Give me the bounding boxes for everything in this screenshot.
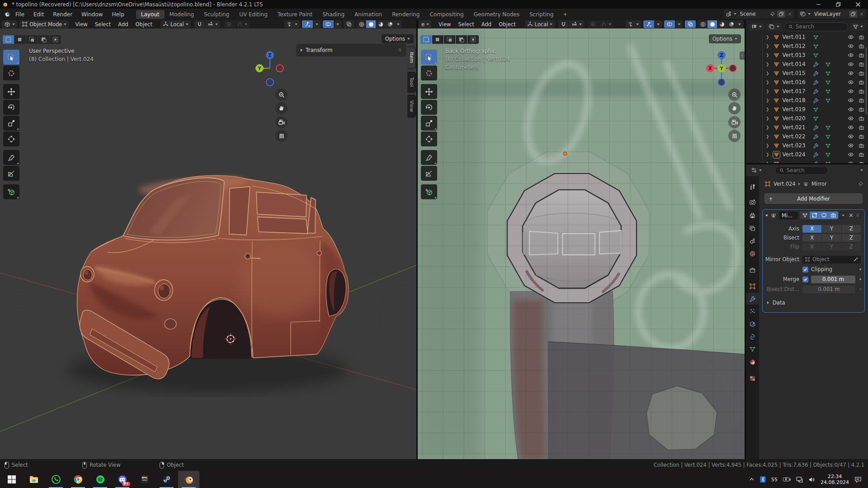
overlays-dropdown[interactable] bbox=[334, 20, 341, 28]
taskbar-app-epic-games[interactable]: EPICGAMES bbox=[134, 471, 155, 488]
expand-chevron[interactable]: ❯ bbox=[766, 44, 769, 48]
expand-chevron[interactable]: ❯ bbox=[766, 62, 769, 66]
shading-solid-button-right[interactable] bbox=[708, 20, 717, 28]
select-circle-button[interactable] bbox=[26, 35, 38, 44]
gizmos-dropdown-right[interactable] bbox=[655, 20, 662, 28]
options-dropdown-right[interactable]: Options bbox=[709, 34, 741, 43]
shading-material-button[interactable] bbox=[376, 20, 385, 28]
outliner-row[interactable]: ❯Vert.019 bbox=[746, 105, 868, 114]
tray-expand-icon[interactable] bbox=[749, 477, 755, 482]
hide-eye-icon[interactable] bbox=[848, 133, 854, 140]
workspace-tab-compositing[interactable]: Compositing bbox=[425, 10, 468, 19]
workspace-tab-animation[interactable]: Animation bbox=[349, 10, 387, 19]
shading-wireframe-button-right[interactable] bbox=[698, 20, 708, 28]
sidebar-tab-view[interactable]: View bbox=[407, 95, 416, 117]
viewport-menu-add[interactable]: Add bbox=[478, 21, 495, 28]
bluetooth-icon[interactable] bbox=[760, 476, 766, 483]
bisect-y-button[interactable]: Y bbox=[822, 234, 841, 242]
modifier-close-icon[interactable] bbox=[848, 212, 854, 218]
hide-eye-icon[interactable] bbox=[848, 124, 854, 131]
taskbar-app-spotify[interactable] bbox=[90, 471, 111, 488]
visibility-dropdown-right[interactable] bbox=[626, 20, 641, 28]
annotate-tool[interactable] bbox=[3, 150, 19, 165]
modifier-show-viewport-toggle[interactable] bbox=[819, 211, 829, 219]
outliner-row[interactable]: ❯Vert.011 bbox=[746, 33, 868, 42]
viewport-menu-object[interactable]: Object bbox=[495, 21, 519, 28]
select-intersect-button[interactable] bbox=[50, 35, 61, 44]
expand-chevron[interactable]: ❯ bbox=[766, 89, 769, 94]
outliner-row[interactable]: ❯Vert.013 bbox=[746, 51, 868, 60]
add-modifier-button[interactable]: + Add Modifier bbox=[764, 193, 863, 204]
expand-chevron[interactable]: ❯ bbox=[766, 80, 769, 84]
xray-toggle-right[interactable] bbox=[685, 20, 696, 28]
outliner-scrollbar[interactable] bbox=[865, 47, 867, 115]
proportional-falloff-dropdown[interactable] bbox=[235, 20, 250, 28]
expand-chevron[interactable]: ❯ bbox=[766, 53, 769, 57]
properties-search-input[interactable]: Search bbox=[775, 166, 828, 175]
viewport-left-canvas[interactable] bbox=[0, 28, 416, 459]
gizmos-dropdown[interactable] bbox=[313, 20, 321, 28]
scale-tool[interactable] bbox=[3, 116, 19, 131]
menu-edit[interactable]: Edit bbox=[29, 11, 48, 18]
workspace-tab-uv-editing[interactable]: UV Editing bbox=[234, 10, 273, 19]
sidebar-tab-tool[interactable]: Tool bbox=[407, 72, 416, 93]
proportional-editing-toggle[interactable] bbox=[224, 20, 234, 28]
battery-icon[interactable] bbox=[783, 477, 791, 482]
modifier-drag-handle[interactable]: ⠿ bbox=[856, 213, 860, 218]
ortho-toggle-button-left[interactable] bbox=[275, 130, 288, 142]
hide-eye-icon[interactable] bbox=[848, 79, 854, 85]
bisect-z-button[interactable]: Z bbox=[842, 234, 861, 242]
viewport-menu-select[interactable]: Select bbox=[454, 21, 477, 28]
render-visibility-icon[interactable] bbox=[859, 161, 864, 164]
hide-eye-icon[interactable] bbox=[848, 34, 854, 40]
navigation-gizmo-left[interactable]: Z Y bbox=[251, 46, 292, 91]
properties-tab-physics[interactable] bbox=[746, 318, 759, 330]
hide-eye-icon[interactable] bbox=[848, 142, 854, 149]
outliner-search-input[interactable]: Search bbox=[784, 23, 848, 31]
taskbar-app-chrome[interactable] bbox=[67, 471, 89, 488]
navigation-gizmo-right[interactable]: Z X Y bbox=[703, 46, 745, 91]
flip-y-button[interactable]: Y bbox=[822, 243, 841, 251]
workspace-tab-modeling[interactable]: Modeling bbox=[165, 10, 199, 19]
expand-chevron[interactable]: ❯ bbox=[766, 35, 769, 39]
select-box-button[interactable] bbox=[14, 35, 26, 44]
axis-y-button[interactable]: Y bbox=[822, 225, 841, 233]
render-visibility-icon[interactable] bbox=[859, 80, 864, 85]
shading-solid-button[interactable] bbox=[366, 20, 376, 28]
render-visibility-icon[interactable] bbox=[859, 134, 864, 140]
workspace-tab-shading[interactable]: Shading bbox=[317, 10, 349, 19]
transform-orientation-dropdown-right[interactable]: Local bbox=[525, 20, 555, 28]
hide-eye-icon[interactable] bbox=[848, 115, 854, 122]
move-tool[interactable] bbox=[421, 84, 437, 99]
volume-icon[interactable] bbox=[808, 477, 815, 483]
taskbar-app-windows-start[interactable] bbox=[1, 471, 22, 488]
expand-chevron[interactable]: ❯ bbox=[766, 161, 769, 163]
clock[interactable]: 22:3424.08.2024 bbox=[821, 474, 849, 485]
zoom-button-left[interactable] bbox=[275, 89, 288, 101]
properties-tab-tool[interactable] bbox=[746, 181, 759, 192]
properties-tab-data[interactable] bbox=[746, 343, 759, 355]
properties-editor-type-dropdown[interactable] bbox=[749, 167, 764, 174]
render-visibility-icon[interactable] bbox=[859, 116, 864, 122]
scene-selector[interactable]: Scene bbox=[724, 9, 794, 19]
scale-tool[interactable] bbox=[421, 116, 437, 131]
menu-render[interactable]: Render bbox=[48, 11, 77, 18]
viewport-left[interactable]: Object Mode ViewSelectAddObject Local bbox=[0, 20, 416, 459]
hide-eye-icon[interactable] bbox=[848, 160, 854, 163]
gizmos-toggle[interactable] bbox=[302, 20, 313, 28]
bisect-x-button[interactable]: X bbox=[802, 234, 821, 242]
viewport-menu-view[interactable]: View bbox=[71, 21, 91, 28]
hide-eye-icon[interactable] bbox=[848, 61, 854, 67]
select-lasso-button-right[interactable] bbox=[456, 35, 467, 44]
new-viewlayer-button[interactable] bbox=[849, 10, 857, 18]
workspace-tab-texture-paint[interactable]: Texture Paint bbox=[273, 10, 317, 19]
viewport-menu-add[interactable]: Add bbox=[114, 21, 132, 28]
shading-material-button-right[interactable] bbox=[717, 20, 726, 28]
expand-chevron[interactable]: ❯ bbox=[766, 107, 769, 112]
modifier-show-cage-toggle[interactable] bbox=[810, 211, 819, 219]
breadcrumb-object[interactable]: Vert.024 bbox=[774, 181, 796, 187]
taskbar-app-steam[interactable] bbox=[156, 471, 177, 488]
properties-tab-scene[interactable] bbox=[746, 235, 759, 247]
select-box-button-right[interactable] bbox=[432, 35, 443, 44]
cursor-tool[interactable] bbox=[421, 66, 437, 80]
